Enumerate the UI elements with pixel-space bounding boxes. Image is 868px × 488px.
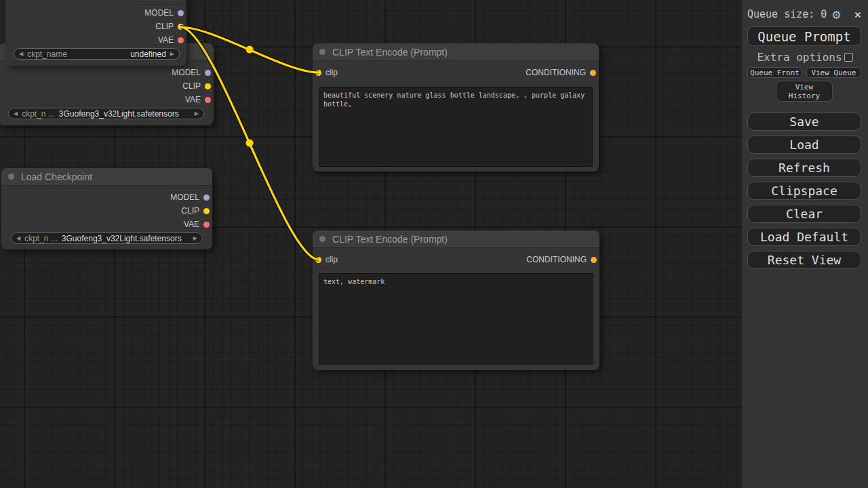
widget-right-arrow-icon[interactable]: ▶ [170,51,174,57]
node-clip-text-encode-positive[interactable]: CLIP Text Encode (Prompt) clip CONDITION… [313,43,599,171]
output-slot-model: MODEL [1,190,212,204]
extra-options-checkbox[interactable] [844,53,853,62]
queue-front-button[interactable]: Queue Front [747,67,802,78]
clip-port-dot[interactable] [205,83,211,89]
widget-left-arrow-icon[interactable]: ◀ [19,51,23,57]
output-slot-vae: VAE [5,33,186,47]
clipspace-button[interactable]: Clipspace [747,182,861,200]
positive-prompt-textarea[interactable]: beautiful scenery nature glass bottle la… [319,87,593,167]
conditioning-output-dot[interactable] [591,257,597,263]
load-button[interactable]: Load [747,136,861,154]
input-label: clip [326,255,338,264]
widget-left-arrow-icon[interactable]: ◀ [16,235,20,241]
view-history-label: View History [785,83,823,100]
widget-name: ckpt_name [27,49,67,59]
widget-value[interactable]: 3Guofeng3_v32Light.safetensors [62,234,182,243]
output-label: VAE [185,95,201,104]
output-label: CONDITIONING [526,68,586,77]
ckpt-name-widget[interactable]: ◀ ckpt_n ... 3Guofeng3_v32Light.safetens… [11,232,203,244]
settings-gear-icon[interactable]: ⚙ [832,7,840,21]
link-midpoint-dot [246,46,254,54]
load-default-button[interactable]: Load Default [747,228,861,246]
widget-left-arrow-icon[interactable]: ◀ [14,110,18,117]
extra-options-label: Extra options [757,51,842,64]
model-port-dot[interactable] [178,10,184,16]
output-slot-clip: CLIP [0,79,214,93]
model-port-dot[interactable] [205,70,211,76]
vae-port-dot[interactable] [203,222,210,228]
collapse-dot[interactable] [319,49,326,55]
node-load-checkpoint[interactable]: Load Checkpoint MODEL CLIP VAE ◀ ckpt_n … [1,168,212,249]
clear-button[interactable]: Clear [747,205,861,223]
output-slot-model: MODEL [0,66,214,79]
output-slot-model: MODEL [5,6,186,20]
output-label: MODEL [144,8,174,18]
output-label: CONDITIONING [526,255,587,264]
node-graph-canvas[interactable]: MODEL CLIP VAE ◀ ckpt_n ... 3Guofeng3_v3… [0,0,741,488]
comfy-menu-panel: Queue size: 0 ⚙ ✕ Queue Prompt Extra opt… [741,0,868,488]
vae-port-dot[interactable] [178,37,184,43]
widget-name: ckpt_n ... [24,234,58,243]
output-slot-clip: CLIP [1,204,212,218]
menu-action-buttons: Save Load Refresh Clipspace Clear Load D… [747,113,861,269]
collapse-dot[interactable] [8,174,14,180]
widget-value[interactable]: undefined [130,49,166,59]
close-menu-icon[interactable]: ✕ [854,7,861,21]
view-history-button[interactable]: View History [776,81,833,102]
node-title: CLIP Text Encode (Prompt) [332,234,448,245]
node-title-bar[interactable]: Load Checkpoint [1,168,212,186]
node-title: CLIP Text Encode (Prompt) [332,47,448,58]
output-label: CLIP [181,206,199,216]
clip-port-dot[interactable] [178,24,184,30]
link-midpoint-dot [246,140,254,147]
vae-port-dot[interactable] [205,97,211,103]
clip-port-dot[interactable] [203,208,210,214]
refresh-button[interactable]: Refresh [747,159,861,177]
reset-view-button[interactable]: Reset View [747,251,861,269]
widget-right-arrow-icon[interactable]: ▶ [195,110,199,117]
conditioning-output-dot[interactable] [590,70,596,76]
clip-input-dot[interactable] [315,70,321,76]
negative-prompt-textarea[interactable]: text, watermark [319,273,593,365]
widget-name: ckpt_n ... [22,109,55,119]
ckpt-name-widget[interactable]: ◀ ckpt_n ... 3Guofeng3_v32Light.safetens… [8,108,204,119]
node-title-bar[interactable]: CLIP Text Encode (Prompt) [313,230,599,248]
node-title: Load Checkpoint [21,171,92,182]
ckpt-name-widget[interactable]: ◀ ckpt_name undefined ▶ [14,48,180,60]
output-slot-vae: VAE [0,93,214,106]
input-label: clip [326,68,338,77]
output-slot-clip: CLIP [5,20,186,33]
output-label: VAE [158,35,174,45]
node-clip-text-encode-negative[interactable]: CLIP Text Encode (Prompt) clip CONDITION… [313,230,599,370]
view-queue-button[interactable]: View Queue [806,67,861,78]
clip-input-dot[interactable] [315,257,321,263]
collapse-dot[interactable] [319,236,326,242]
output-label: CLIP [155,22,174,31]
output-slot-vae: VAE [1,218,212,231]
widget-right-arrow-icon[interactable]: ▶ [193,235,197,241]
output-label: MODEL [170,192,199,202]
queue-prompt-button[interactable]: Queue Prompt [747,26,861,46]
save-button[interactable]: Save [747,113,861,131]
widget-value[interactable]: 3Guofeng3_v32Light.safetensors [59,109,179,119]
output-label: MODEL [172,68,201,77]
model-port-dot[interactable] [203,195,210,201]
node-title-bar[interactable]: CLIP Text Encode (Prompt) [313,43,599,61]
node-checkpoint-loader-top[interactable]: MODEL CLIP VAE ◀ ckpt_name undefined ▶ [5,0,186,66]
output-label: VAE [184,220,199,229]
output-label: CLIP [182,81,201,91]
queue-size-label: Queue size: 0 [747,8,827,20]
